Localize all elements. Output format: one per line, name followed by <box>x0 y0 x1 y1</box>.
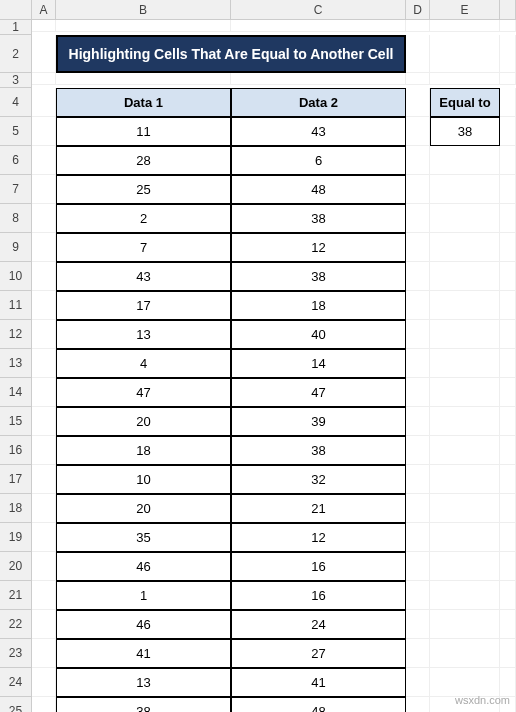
empty-cell[interactable] <box>32 465 56 494</box>
row-header[interactable]: 17 <box>0 465 32 494</box>
empty-cell[interactable] <box>406 35 430 73</box>
empty-cell[interactable] <box>406 291 430 320</box>
empty-cell[interactable] <box>500 262 516 291</box>
empty-cell[interactable] <box>32 349 56 378</box>
empty-cell[interactable] <box>500 204 516 233</box>
row-header[interactable]: 4 <box>0 88 32 117</box>
empty-cell[interactable] <box>32 233 56 262</box>
empty-cell[interactable] <box>32 204 56 233</box>
empty-cell[interactable] <box>56 73 231 85</box>
empty-cell[interactable] <box>406 668 430 697</box>
empty-cell[interactable] <box>406 146 430 175</box>
empty-cell[interactable] <box>406 378 430 407</box>
empty-cell[interactable] <box>430 320 500 349</box>
empty-cell[interactable] <box>500 146 516 175</box>
row-header[interactable]: 18 <box>0 494 32 523</box>
table-cell[interactable]: 40 <box>231 320 406 349</box>
row-header[interactable]: 24 <box>0 668 32 697</box>
row-header[interactable]: 16 <box>0 436 32 465</box>
table-cell[interactable]: 41 <box>56 639 231 668</box>
empty-cell[interactable] <box>500 552 516 581</box>
empty-cell[interactable] <box>32 262 56 291</box>
row-header[interactable]: 12 <box>0 320 32 349</box>
row-header[interactable]: 20 <box>0 552 32 581</box>
empty-cell[interactable] <box>500 610 516 639</box>
empty-cell[interactable] <box>32 20 56 32</box>
row-header[interactable]: 13 <box>0 349 32 378</box>
empty-cell[interactable] <box>32 407 56 436</box>
empty-cell[interactable] <box>430 20 500 32</box>
empty-cell[interactable] <box>32 436 56 465</box>
table-cell[interactable]: 24 <box>231 610 406 639</box>
table-cell[interactable]: 38 <box>56 697 231 712</box>
empty-cell[interactable] <box>500 117 516 146</box>
empty-cell[interactable] <box>500 73 516 85</box>
table-cell[interactable]: 1 <box>56 581 231 610</box>
empty-cell[interactable] <box>406 320 430 349</box>
table-cell[interactable]: 13 <box>56 668 231 697</box>
empty-cell[interactable] <box>231 20 406 32</box>
empty-cell[interactable] <box>406 465 430 494</box>
empty-cell[interactable] <box>406 175 430 204</box>
empty-cell[interactable] <box>32 320 56 349</box>
empty-cell[interactable] <box>500 35 516 73</box>
empty-cell[interactable] <box>406 639 430 668</box>
row-header[interactable]: 3 <box>0 73 32 88</box>
table-cell[interactable]: 16 <box>231 581 406 610</box>
empty-cell[interactable] <box>430 436 500 465</box>
row-header[interactable]: 7 <box>0 175 32 204</box>
row-header[interactable]: 1 <box>0 20 32 35</box>
empty-cell[interactable] <box>406 20 430 32</box>
table-cell[interactable]: 20 <box>56 407 231 436</box>
empty-cell[interactable] <box>406 204 430 233</box>
empty-cell[interactable] <box>430 581 500 610</box>
empty-cell[interactable] <box>500 233 516 262</box>
table-cell[interactable]: 48 <box>231 697 406 712</box>
empty-cell[interactable] <box>430 35 500 73</box>
table-cell[interactable]: 47 <box>231 378 406 407</box>
row-header[interactable]: 25 <box>0 697 32 712</box>
table-cell[interactable]: 39 <box>231 407 406 436</box>
empty-cell[interactable] <box>32 494 56 523</box>
empty-cell[interactable] <box>32 88 56 117</box>
empty-cell[interactable] <box>406 262 430 291</box>
empty-cell[interactable] <box>32 291 56 320</box>
empty-cell[interactable] <box>32 639 56 668</box>
table-cell[interactable]: 4 <box>56 349 231 378</box>
row-header[interactable]: 19 <box>0 523 32 552</box>
empty-cell[interactable] <box>500 465 516 494</box>
empty-cell[interactable] <box>500 175 516 204</box>
empty-cell[interactable] <box>430 262 500 291</box>
table-cell[interactable]: 18 <box>56 436 231 465</box>
row-header[interactable]: 21 <box>0 581 32 610</box>
table-cell[interactable]: 12 <box>231 523 406 552</box>
table-cell[interactable]: 28 <box>56 146 231 175</box>
table-cell[interactable]: 38 <box>231 436 406 465</box>
table-cell[interactable]: 17 <box>56 291 231 320</box>
table-cell[interactable]: 35 <box>56 523 231 552</box>
empty-cell[interactable] <box>32 581 56 610</box>
table-cell[interactable]: 25 <box>56 175 231 204</box>
table-cell[interactable]: 16 <box>231 552 406 581</box>
table-cell[interactable]: 48 <box>231 175 406 204</box>
empty-cell[interactable] <box>32 668 56 697</box>
row-header[interactable]: 5 <box>0 117 32 146</box>
table-cell[interactable]: 11 <box>56 117 231 146</box>
empty-cell[interactable] <box>500 407 516 436</box>
empty-cell[interactable] <box>430 146 500 175</box>
row-header[interactable]: 11 <box>0 291 32 320</box>
empty-cell[interactable] <box>32 610 56 639</box>
empty-cell[interactable] <box>32 35 56 73</box>
row-header[interactable]: 10 <box>0 262 32 291</box>
table-cell[interactable]: 46 <box>56 552 231 581</box>
table-cell[interactable]: 7 <box>56 233 231 262</box>
empty-cell[interactable] <box>430 407 500 436</box>
empty-cell[interactable] <box>500 639 516 668</box>
row-header[interactable]: 22 <box>0 610 32 639</box>
row-header[interactable]: 6 <box>0 146 32 175</box>
table-cell[interactable]: 38 <box>231 204 406 233</box>
empty-cell[interactable] <box>430 552 500 581</box>
empty-cell[interactable] <box>430 378 500 407</box>
empty-cell[interactable] <box>500 291 516 320</box>
table-cell[interactable]: 20 <box>56 494 231 523</box>
